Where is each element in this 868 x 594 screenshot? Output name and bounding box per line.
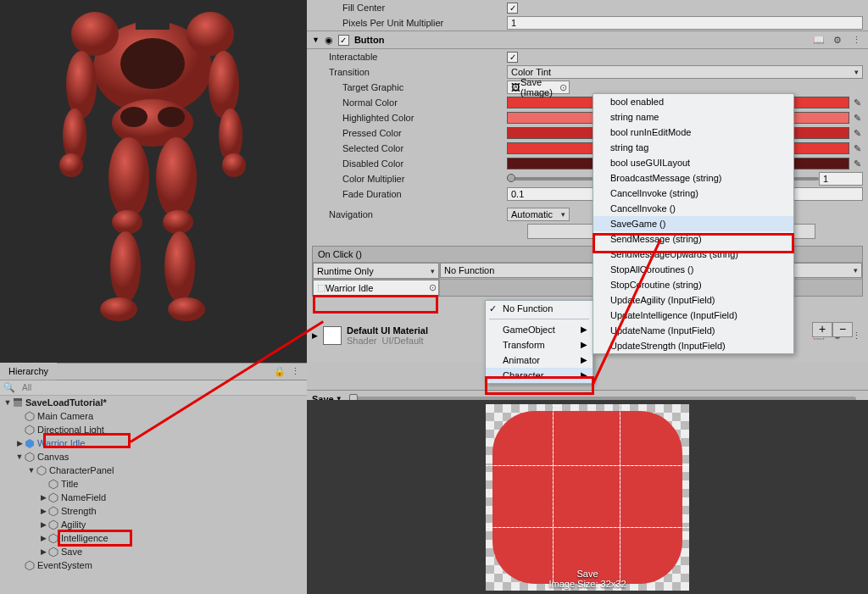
eyedropper-icon[interactable]: ✎	[851, 112, 863, 124]
menu-item-transform[interactable]: Transform▶	[486, 337, 593, 353]
svg-point-1	[120, 38, 185, 89]
svg-point-8	[209, 51, 239, 119]
hierarchy-item-save[interactable]: ▶Save	[0, 545, 307, 558]
menu-item-method[interactable]: bool useGUILayout	[593, 155, 793, 170]
fade-duration-label: Fade Duration	[312, 189, 507, 199]
menu-item-method[interactable]: SendMessage (string)	[593, 231, 793, 247]
menu-item-method[interactable]: UpdateAgility (InputField)	[593, 292, 793, 308]
hierarchy-tab[interactable]: Hierarchy	[0, 363, 57, 380]
hierarchy-item-warrior-idle[interactable]: ▶Warrior Idle	[0, 436, 307, 450]
hierarchy-item-agility[interactable]: ▶Agility	[0, 518, 307, 531]
hierarchy-search[interactable]: 🔍	[0, 380, 307, 396]
scene-view-panel	[0, 0, 307, 363]
menu-item-method[interactable]: SendMessageUpwards (string)	[593, 247, 793, 262]
svg-point-16	[163, 210, 193, 234]
menu-item-no-function[interactable]: ✓No Function	[486, 301, 593, 316]
gameobject-icon	[24, 560, 36, 570]
menu-item-method[interactable]: string tag	[593, 140, 793, 155]
hierarchy-item-title[interactable]: Title	[0, 477, 307, 491]
menu-item-method[interactable]: StopAllCoroutines ()	[593, 262, 793, 277]
color-multiplier-value[interactable]: 1	[819, 172, 863, 186]
svg-marker-24	[25, 412, 34, 421]
gameobject-icon	[24, 411, 36, 421]
transition-label: Transition	[312, 67, 507, 77]
button-component-header[interactable]: ▼ ◉ ✓ Button 📖 ⚙ ⋮	[307, 31, 868, 49]
eyedropper-icon[interactable]: ✎	[851, 142, 863, 154]
function-submenu: ✓No Function GameObject▶ Transform▶ Anim…	[485, 300, 593, 384]
eyedropper-icon[interactable]: ✎	[851, 97, 863, 108]
hierarchy-item-directional-light[interactable]: Directional Light	[0, 423, 307, 436]
presets-icon[interactable]: ⚙	[831, 33, 844, 47]
menu-item-method[interactable]: CancelInvoke ()	[593, 201, 793, 216]
hierarchy-item-characterpanel[interactable]: ▼CharacterPanel	[0, 464, 307, 477]
object-picker-icon[interactable]: ⊙	[559, 82, 567, 93]
hierarchy-lock-icon[interactable]: 🔒	[274, 366, 286, 377]
menu-item-animator[interactable]: Animator▶	[486, 353, 593, 368]
svg-marker-35	[25, 561, 34, 570]
svg-point-3	[120, 107, 147, 127]
eyedropper-icon[interactable]: ✎	[851, 127, 863, 139]
scene-row[interactable]: ▼ SaveLoadTutorial*	[0, 396, 307, 409]
navigation-dropdown[interactable]: Automatic▾	[507, 208, 570, 221]
svg-marker-26	[25, 439, 34, 448]
menu-item-method[interactable]: UpdateIntelligence (InputField)	[593, 308, 793, 323]
gameobject-icon	[47, 519, 59, 530]
gameobject-icon	[24, 452, 36, 462]
hierarchy-item-namefield[interactable]: ▶NameField	[0, 491, 307, 504]
menu-item-method[interactable]: string name	[593, 109, 793, 125]
reference-icon[interactable]: 📖	[812, 33, 826, 47]
navigation-label: Navigation	[312, 209, 507, 219]
button-component-title: Button	[354, 35, 384, 45]
menu-item-gameobject[interactable]: GameObject▶	[486, 322, 593, 337]
svg-marker-31	[49, 507, 58, 516]
menu-item-method[interactable]: CancelInvoke (string)	[593, 186, 793, 201]
svg-point-17	[110, 231, 141, 303]
svg-marker-28	[37, 466, 46, 475]
hierarchy-item-canvas[interactable]: ▼Canvas	[0, 450, 307, 464]
gameobject-icon	[47, 506, 59, 516]
foldout-icon[interactable]: ▼	[312, 36, 320, 44]
svg-point-18	[164, 231, 195, 303]
runtime-dropdown[interactable]: Runtime Only▾	[313, 263, 439, 279]
gameobject-icon	[47, 533, 59, 543]
warrior-model	[0, 0, 307, 363]
menu-item-method[interactable]: BroadcastMessage (string)	[593, 170, 793, 186]
fill-center-label: Fill Center	[312, 3, 507, 13]
svg-rect-23	[14, 398, 22, 401]
menu-item-method[interactable]: UpdateName (InputField)	[593, 323, 793, 338]
menu-item-method[interactable]: StopCoroutine (string)	[593, 277, 793, 292]
ppum-input[interactable]	[507, 16, 863, 30]
material-title: Default UI Material	[347, 325, 428, 336]
normal-color-label: Normal Color	[312, 97, 507, 108]
svg-marker-34	[49, 547, 58, 557]
hierarchy-item-eventsystem[interactable]: EventSystem	[0, 558, 307, 572]
target-icon: ◉	[325, 35, 333, 46]
svg-point-12	[222, 153, 246, 177]
interactable-checkbox[interactable]: ✓	[507, 52, 518, 63]
remove-event-button[interactable]: −	[832, 322, 853, 337]
menu-item-character[interactable]: Character▶	[486, 368, 593, 383]
hierarchy-item-intelligence[interactable]: ▶Intelligence	[0, 531, 307, 545]
eyedropper-icon[interactable]: ✎	[851, 158, 863, 169]
options-icon[interactable]: ⋮	[849, 33, 863, 47]
menu-item-method[interactable]: bool enabled	[593, 94, 793, 109]
pressed-color-label: Pressed Color	[312, 128, 507, 138]
hierarchy-item-main-camera[interactable]: Main Camera	[0, 409, 307, 423]
menu-item-method[interactable]: UpdateStrength (InputField)	[593, 338, 793, 353]
hierarchy-item-strength[interactable]: ▶Strength	[0, 504, 307, 518]
onclick-object-field[interactable]: ⬚ Warrior Idle⊙	[313, 280, 439, 296]
shader-label: Shader	[347, 336, 376, 346]
hierarchy-options-icon[interactable]: ⋮	[291, 366, 300, 377]
svg-marker-32	[49, 520, 58, 530]
button-enabled-checkbox[interactable]: ✓	[338, 35, 349, 46]
add-event-button[interactable]: +	[812, 322, 832, 337]
target-graphic-field[interactable]: 🖼 Save (Image)⊙	[507, 80, 570, 94]
object-picker-icon[interactable]: ⊙	[429, 282, 437, 293]
menu-item-method[interactable]: SaveGame ()	[593, 216, 793, 231]
preview-checker-bg	[486, 404, 689, 591]
disabled-color-label: Disabled Color	[312, 158, 507, 169]
fill-center-checkbox[interactable]: ✓	[507, 3, 518, 14]
menu-item-method[interactable]: bool runInEditMode	[593, 125, 793, 140]
hierarchy-search-input[interactable]	[19, 382, 307, 394]
svg-point-4	[158, 107, 185, 127]
